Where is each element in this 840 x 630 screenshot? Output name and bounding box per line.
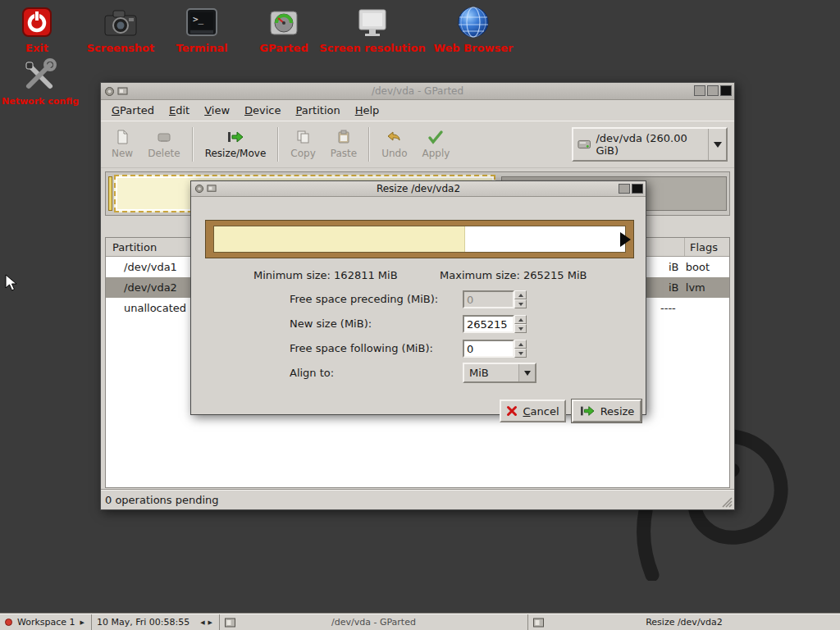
gparted-icon [246, 3, 322, 39]
gparted-titlebar[interactable]: /dev/vda - GParted [101, 83, 734, 100]
clock-section: 10 May, Fri 00:58:55 ◀ ▶ [92, 614, 220, 630]
maximize-button[interactable] [707, 85, 719, 96]
menubar: GParted Edit View Device Partition Help [101, 100, 734, 121]
minimize-button[interactable] [694, 85, 705, 96]
chevron-down-icon [524, 371, 531, 379]
clock-next-arrow[interactable]: ▶ [208, 619, 212, 626]
dialog-app-icon [207, 184, 217, 194]
taskbar-item-resize-dialog[interactable]: Resize /dev/vda2 [528, 614, 840, 630]
resize-slider[interactable] [205, 220, 634, 258]
dropdown-arrow-button[interactable] [518, 364, 535, 381]
apply-button[interactable]: Apply [415, 126, 458, 162]
copy-button[interactable]: Copy [283, 126, 322, 162]
column-header-partition[interactable]: Partition [112, 241, 157, 253]
device-selector[interactable]: /dev/vda (260.00 GiB) [572, 127, 728, 162]
spinner-down-button[interactable] [514, 324, 527, 333]
resize-arrow-icon [579, 404, 596, 418]
desktop-icon-network-config[interactable]: Network config [2, 57, 77, 107]
resize-move-button[interactable]: Resize/Move [198, 126, 274, 162]
close-button[interactable] [720, 85, 732, 96]
paste-button[interactable]: Paste [323, 126, 364, 162]
device-selector-value: /dev/vda (260.00 GiB) [596, 132, 703, 157]
exit-icon [4, 3, 70, 39]
status-bar: 0 operations pending [101, 490, 734, 509]
menu-device[interactable]: Device [237, 101, 288, 120]
paste-icon [336, 129, 352, 145]
desktop-icon-label: Exit [4, 42, 70, 54]
new-size-spinner [463, 315, 527, 333]
delete-icon [156, 129, 172, 145]
align-to-dropdown[interactable]: MiB [463, 363, 536, 383]
workspace-indicator-icon [5, 619, 12, 626]
toolbar-separator [192, 127, 194, 162]
taskbar-dialog-icon [533, 618, 544, 628]
spinner-up-button[interactable] [514, 290, 527, 299]
free-space-following-label: Free space following (MiB): [290, 342, 433, 354]
down-arrow-icon [518, 352, 523, 358]
delete-button[interactable]: Delete [140, 126, 187, 162]
screen-resolution-icon [318, 3, 427, 39]
desktop-icon-web-browser[interactable]: Web Browser [430, 3, 517, 54]
svg-text:>_: >_ [193, 14, 204, 25]
resize-dialog: Resize /dev/vda2 Minimum size: 162811 Mi… [190, 180, 646, 415]
maximize-button[interactable] [619, 184, 630, 194]
spinner-up-button[interactable] [514, 315, 527, 324]
menu-gparted[interactable]: GParted [104, 101, 162, 120]
resize-grip[interactable] [722, 497, 733, 508]
spinner-down-button[interactable] [514, 349, 527, 358]
resize-slider-current-size[interactable] [214, 226, 465, 252]
workspace-switcher[interactable]: Workspace 1 ▶ [0, 614, 92, 630]
resize-handle-arrow-icon[interactable] [620, 232, 631, 247]
desktop-icon-screenshot[interactable]: Screenshot [75, 3, 166, 54]
device-selector-dropdown[interactable] [708, 129, 722, 160]
free-space-following-input[interactable] [463, 340, 514, 358]
toolbar-separator [277, 127, 279, 162]
partition-block-vda1[interactable] [108, 176, 112, 211]
dialog-title: Resize /dev/vda2 [191, 183, 646, 194]
clock-prev-arrow[interactable]: ◀ [200, 619, 204, 626]
desktop-icon-terminal[interactable]: >_ Terminal [164, 3, 240, 54]
new-button[interactable]: New [104, 126, 140, 162]
desktop-icon-label: GParted [246, 42, 322, 54]
desktop-icon-gparted[interactable]: GParted [246, 3, 322, 54]
copy-icon [295, 129, 312, 145]
free-space-preceding-input[interactable] [463, 290, 514, 308]
minimum-size-label: Minimum size: 162811 MiB [253, 269, 398, 281]
window-menu-icon[interactable] [104, 86, 115, 97]
up-arrow-icon [518, 316, 523, 322]
terminal-icon: >_ [164, 3, 240, 39]
workspace-next-arrow[interactable]: ▶ [80, 619, 84, 626]
free-space-preceding-spinner [463, 290, 527, 308]
resize-move-icon [226, 129, 244, 145]
column-header-flags[interactable]: Flags [690, 241, 718, 253]
menu-view[interactable]: View [197, 101, 237, 120]
menu-help[interactable]: Help [348, 101, 387, 120]
up-arrow-icon [518, 291, 523, 297]
close-button[interactable] [632, 184, 643, 194]
menu-edit[interactable]: Edit [162, 101, 197, 120]
menu-partition[interactable]: Partition [289, 101, 348, 120]
spinner-down-button[interactable] [514, 299, 527, 308]
maximum-size-label: Maximum size: 265215 MiB [440, 269, 587, 281]
resize-button[interactable]: Resize [572, 399, 641, 422]
down-arrow-icon [518, 327, 523, 333]
apply-icon [427, 129, 444, 145]
new-icon [114, 129, 130, 145]
taskbar-item-label: /dev/vda - GParted [220, 617, 527, 628]
undo-button[interactable]: Undo [374, 126, 414, 162]
resize-dialog-titlebar[interactable]: Resize /dev/vda2 [191, 181, 646, 197]
taskbar-item-gparted[interactable]: /dev/vda - GParted [220, 614, 528, 630]
toolbar: New Delete Resize/Move Copy Paste Undo A… [101, 121, 734, 168]
operations-pending-text: 0 operations pending [105, 494, 219, 506]
desktop-icon-label: Network config [2, 96, 77, 107]
gparted-app-icon [117, 86, 128, 97]
desktop-icon-exit[interactable]: Exit [4, 3, 70, 54]
new-size-input[interactable] [463, 315, 514, 333]
desktop-icon-screen-resolution[interactable]: Screen resolution [318, 3, 427, 54]
window-menu-icon[interactable] [194, 184, 204, 194]
column-separator [684, 238, 685, 256]
cancel-button[interactable]: Cancel [500, 399, 566, 422]
align-to-value: MiB [464, 367, 489, 379]
desktop-icon-label: Terminal [164, 42, 240, 54]
spinner-up-button[interactable] [514, 340, 527, 349]
